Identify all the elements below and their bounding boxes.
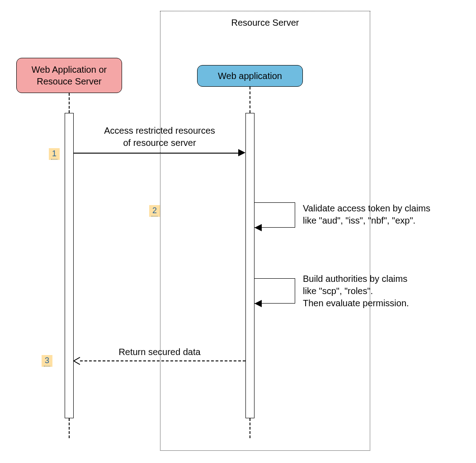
note-authorities: Build authorities by claims like "scp", … (303, 273, 466, 309)
participant-webapp: Web application (197, 65, 303, 87)
note-validate: Validate access token by claims like "au… (303, 202, 466, 227)
note-authorities-line3: Then evaluate permission. (303, 297, 466, 309)
message-1-line1: Access restricted resources (74, 125, 245, 137)
message-1-arrow-head (238, 149, 245, 156)
message-3-label: Return secured data (74, 346, 245, 358)
note-authorities-line1: Build authorities by claims (303, 273, 466, 285)
step-badge-3: 3 (42, 355, 52, 367)
sequence-diagram: Resource Server Web Application or Resou… (0, 0, 476, 463)
step-badge-1: 1 (49, 148, 60, 160)
participant-client-line2: Resouce Server (32, 75, 107, 87)
self-call-validate-arrow-head (254, 224, 262, 231)
lifeline-right-top (250, 87, 250, 113)
note-validate-line1: Validate access token by claims (303, 202, 466, 215)
message-3-arrow-line (80, 360, 245, 361)
activation-left (65, 113, 74, 418)
self-call-authorities-arrow-head (254, 300, 262, 307)
message-1-line2: of resource server (74, 137, 245, 149)
note-validate-line2: like "aud", "iss", "nbf", "exp". (303, 215, 466, 227)
participant-client-line1: Web Application or (32, 64, 107, 75)
message-3-line1: Return secured data (74, 346, 245, 358)
activation-right (245, 113, 254, 418)
participant-webapp-label: Web application (218, 70, 282, 82)
step-3-number: 3 (44, 355, 50, 366)
note-authorities-line2: like "scp", "roles". (303, 285, 466, 297)
participant-client: Web Application or Resouce Server (16, 58, 122, 93)
message-1-label: Access restricted resources of resource … (74, 125, 245, 149)
step-badge-2: 2 (149, 205, 160, 217)
step-2-number: 2 (151, 205, 158, 216)
lifeline-right-bottom (250, 418, 250, 438)
message-1-arrow-line (74, 153, 239, 154)
step-1-number: 1 (51, 148, 57, 159)
message-3-arrow-head (74, 357, 81, 364)
container-title: Resource Server (160, 18, 370, 28)
lifeline-left-bottom (69, 418, 70, 438)
lifeline-left-top (69, 93, 70, 113)
